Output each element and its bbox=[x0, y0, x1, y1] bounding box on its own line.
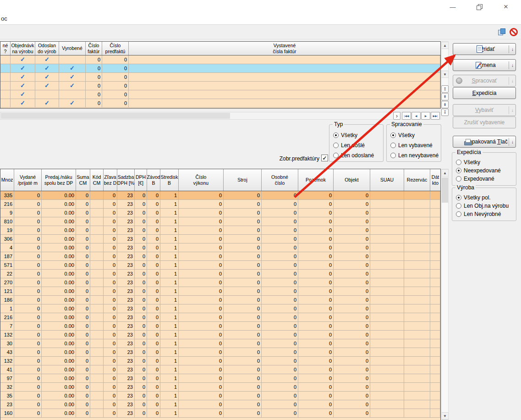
expand-button[interactable]: › bbox=[393, 112, 400, 120]
cell bbox=[404, 200, 430, 208]
table-row[interactable]: 4300.00002300100000 bbox=[0, 348, 440, 357]
cell: 0 bbox=[262, 409, 298, 417]
table-row[interactable]: 2200.00002300100000 bbox=[0, 270, 440, 278]
radio-vsetky[interactable]: Všetky bbox=[456, 159, 480, 166]
scroll-down-icon[interactable]: ▼ bbox=[441, 412, 449, 420]
dropdown-arrow-icon[interactable]: ↓ bbox=[509, 77, 515, 85]
nav-first-icon[interactable]: |◀◀ bbox=[402, 112, 411, 120]
nav-next-icon[interactable]: ▶ bbox=[421, 112, 430, 120]
copy-icon[interactable] bbox=[497, 27, 507, 37]
items-grid-vscrollbar[interactable] bbox=[441, 169, 449, 420]
scroll-up-icon[interactable]: ▲ bbox=[441, 42, 449, 49]
column-header: DPH[€] bbox=[135, 169, 147, 191]
dropdown-arrow-icon[interactable]: ↓ bbox=[509, 138, 515, 146]
opakovana-tlac-button[interactable]: opakovaná Tlač↓ bbox=[453, 136, 516, 148]
zmena-button[interactable]: Zmena↓ bbox=[453, 59, 516, 71]
scroll-down-icon[interactable]: ▼ bbox=[441, 71, 449, 78]
cell: 23 bbox=[0, 400, 14, 409]
table-row[interactable]: 16000.00002300100000 bbox=[0, 409, 440, 418]
table-row[interactable]: 3200.00002300100000 bbox=[0, 383, 440, 392]
scroll-pagedown-icon[interactable]: ⇟ bbox=[441, 101, 449, 108]
table-row[interactable]: 900.00002300100000 bbox=[0, 209, 440, 217]
scroll-first-icon[interactable]: ↥ bbox=[441, 85, 449, 93]
vscroll-thumb[interactable] bbox=[442, 177, 448, 203]
table-row[interactable]: 3000.00002300100000 bbox=[0, 339, 440, 348]
forbidden-icon[interactable] bbox=[509, 27, 519, 37]
table-row[interactable]: 3500.00002300100000 bbox=[0, 392, 440, 400]
minimize-button[interactable]: — bbox=[442, 0, 463, 14]
radio-len-odoslane[interactable]: Len odoslané bbox=[333, 152, 374, 159]
table-row[interactable]: 21600.00002300100000 bbox=[0, 200, 440, 209]
radio-label: Všetky pol. bbox=[464, 194, 491, 201]
cell bbox=[430, 348, 440, 356]
spracovat-button[interactable]: Spracovať↓ bbox=[453, 75, 516, 87]
radio-expedovane[interactable]: Expedované bbox=[456, 176, 494, 182]
table-row[interactable]: 1900.00002300100000 bbox=[0, 226, 440, 235]
table-row[interactable]: 21600.00002300100000 bbox=[0, 313, 440, 322]
cell: 0.00 bbox=[42, 400, 76, 409]
table-row[interactable]: 4100.00002300100000 bbox=[0, 365, 440, 374]
cell bbox=[430, 374, 440, 382]
radio-len-nevyrobne[interactable]: Len Nevýrobné bbox=[456, 211, 501, 217]
expedicia-button[interactable]: Expedícia bbox=[453, 87, 516, 99]
cell: 0 bbox=[76, 322, 90, 330]
column-header: Vystavenéčísla faktúr bbox=[129, 42, 440, 55]
radio-vsetky-pol[interactable]: Všetky pol. bbox=[456, 194, 491, 201]
nav-prev-icon[interactable]: ◀ bbox=[411, 112, 421, 120]
cell bbox=[404, 226, 430, 234]
table-row[interactable]: 12100.00002300100000 bbox=[0, 287, 440, 296]
table-row[interactable]: ✓✓✓00 bbox=[0, 99, 440, 108]
vybavit-button[interactable]: Vybaviť↓ bbox=[453, 104, 516, 116]
cell: 0 bbox=[76, 313, 90, 321]
table-row[interactable]: 100.00002300100000 bbox=[0, 304, 440, 313]
dropdown-arrow-icon[interactable]: ↓ bbox=[509, 45, 515, 53]
radio-len-dosle[interactable]: Len došlé bbox=[333, 142, 365, 149]
table-row[interactable]: 57100.00002300100000 bbox=[0, 261, 440, 270]
cell: 0 bbox=[179, 392, 224, 400]
table-row[interactable]: ✓00 bbox=[0, 90, 440, 99]
table-row[interactable]: 18600.00002300100000 bbox=[0, 296, 440, 304]
hscrollbar[interactable] bbox=[0, 112, 441, 120]
cell: 0 bbox=[86, 64, 102, 72]
cell: 0 bbox=[104, 217, 117, 226]
cell: 0 bbox=[262, 392, 298, 400]
table-row[interactable]: 18700.00002300100000 bbox=[0, 252, 440, 261]
table-row[interactable]: 400.00002300100000 bbox=[0, 243, 440, 252]
zrusit-vybavenie-button[interactable]: Zrušiť vybavenie bbox=[453, 116, 516, 128]
table-row[interactable]: 9700.00002300100000 bbox=[0, 374, 440, 383]
predfaktury-checkbox[interactable]: ✓ bbox=[321, 155, 328, 161]
cell: 0 bbox=[104, 278, 117, 287]
table-row[interactable]: 13200.00002300100000 bbox=[0, 331, 440, 339]
table-row[interactable]: 2300.00002300100000 bbox=[0, 400, 440, 409]
table-row[interactable]: ✓✓✓00 bbox=[0, 64, 440, 73]
radio-neexpedovane[interactable]: Neexpedované bbox=[456, 167, 501, 174]
cell: 0 bbox=[334, 209, 370, 217]
dropdown-arrow-icon[interactable]: ↓ bbox=[509, 61, 515, 69]
scroll-up-icon[interactable]: ▲ bbox=[441, 169, 449, 177]
radio-len-obj-na-vyrobu[interactable]: Len Obj.na výrobu bbox=[456, 203, 509, 209]
dropdown-arrow-icon[interactable]: ↓ bbox=[509, 106, 515, 114]
table-row[interactable]: ✓✓✓00 bbox=[0, 73, 440, 82]
cell bbox=[370, 348, 404, 356]
pridat-button[interactable]: Pridať↓ bbox=[453, 43, 516, 55]
table-row[interactable]: 30600.00002300100000 bbox=[0, 235, 440, 243]
table-row[interactable]: 13200.00002300100000 bbox=[0, 357, 440, 365]
maximize-button[interactable] bbox=[469, 0, 490, 14]
table-row[interactable]: 700.00002300100000 bbox=[0, 322, 440, 331]
table-row[interactable]: ✓✓00 bbox=[0, 55, 440, 64]
nav-last-icon[interactable]: ▶▶| bbox=[431, 112, 440, 120]
radio-vsetky[interactable]: Všetky bbox=[333, 132, 357, 138]
radio-len-nevybavene[interactable]: Len nevybavené bbox=[390, 152, 439, 159]
scroll-pageup-icon[interactable]: ⇞ bbox=[441, 93, 449, 100]
table-row[interactable]: 81000.00002300100000 bbox=[0, 217, 440, 226]
hscroll-thumb[interactable] bbox=[1, 113, 230, 119]
table-row[interactable]: 27000.00002300100000 bbox=[0, 278, 440, 287]
close-button[interactable]: × bbox=[495, 0, 516, 14]
table-row[interactable]: ✓✓✓00 bbox=[0, 82, 440, 90]
cell: 0.00 bbox=[42, 365, 76, 374]
radio-vsetky[interactable]: Všetky bbox=[390, 132, 415, 138]
cell: 0 bbox=[14, 400, 42, 409]
radio-len-vybavene[interactable]: Len vybavené bbox=[390, 142, 433, 149]
scroll-last-icon[interactable]: ↧ bbox=[441, 109, 449, 116]
table-row[interactable]: 33500.00002300100000 bbox=[0, 191, 440, 200]
